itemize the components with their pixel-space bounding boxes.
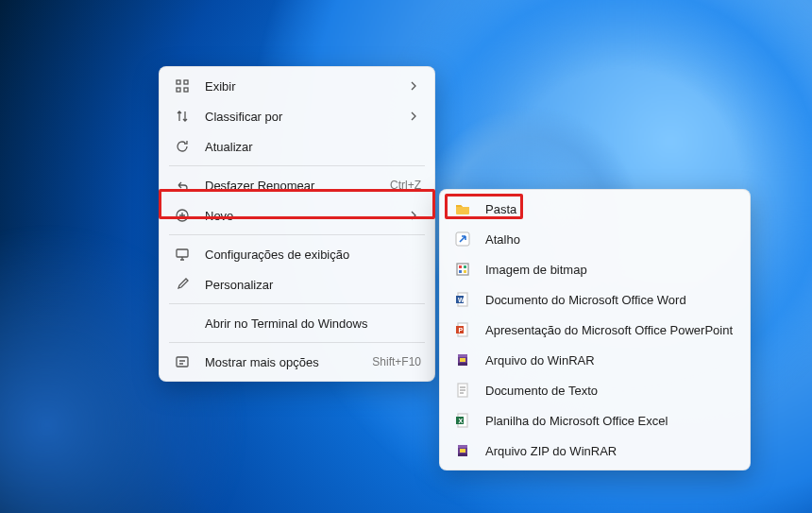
folder-icon (453, 199, 472, 218)
svg-rect-2 (177, 88, 180, 92)
menu-item-personalize[interactable]: Personalizar (163, 269, 431, 299)
word-icon: W (453, 290, 472, 309)
menu-divider (169, 234, 425, 235)
svg-rect-8 (457, 264, 468, 275)
text-icon (453, 381, 472, 400)
submenu-item-zip[interactable]: Arquivo ZIP do WinRAR (444, 436, 746, 466)
plus-circle-icon (173, 206, 192, 225)
svg-rect-11 (459, 270, 462, 273)
bitmap-icon (453, 260, 472, 279)
svg-rect-0 (177, 80, 180, 84)
svg-rect-21 (458, 363, 467, 366)
grid-icon (173, 77, 192, 95)
menu-item-open-terminal[interactable]: Abrir no Terminal do Windows (163, 308, 431, 338)
submenu-item-folder[interactable]: Pasta (444, 194, 746, 224)
spacer-icon (173, 314, 192, 333)
submenu-item-bitmap[interactable]: Imagem de bitmap (444, 254, 746, 284)
new-submenu: Pasta Atalho Imagem de bitmap W Document… (439, 189, 751, 470)
submenu-label: Apresentação do Microsoft Office PowerPo… (485, 323, 736, 337)
menu-item-undo-rename[interactable]: Desfazer Renomear Ctrl+Z (163, 170, 431, 200)
submenu-item-text[interactable]: Documento de Texto (444, 375, 746, 405)
submenu-label: Arquivo do WinRAR (485, 353, 736, 368)
menu-label: Desfazer Renomear (205, 179, 381, 193)
more-icon (173, 352, 192, 371)
svg-rect-1 (184, 80, 188, 84)
submenu-label: Planilha do Microsoft Office Excel (485, 414, 736, 428)
menu-item-display-settings[interactable]: Configurações de exibição (163, 239, 431, 269)
undo-icon (173, 176, 192, 195)
menu-divider (169, 303, 425, 304)
submenu-item-rar[interactable]: Arquivo do WinRAR (444, 345, 746, 375)
svg-text:W: W (458, 297, 465, 303)
svg-rect-9 (459, 265, 462, 268)
rar-icon (453, 351, 472, 369)
menu-divider (169, 165, 425, 166)
menu-shortcut: Ctrl+Z (390, 179, 421, 192)
submenu-item-excel[interactable]: X Planilha do Microsoft Office Excel (444, 405, 746, 436)
menu-label: Novo (205, 209, 406, 223)
refresh-icon (173, 137, 192, 156)
menu-item-more-options[interactable]: Mostrar mais opções Shift+F10 (163, 347, 431, 377)
excel-icon: X (453, 411, 472, 430)
menu-item-sort[interactable]: Classificar por (163, 101, 431, 131)
menu-label: Personalizar (205, 278, 421, 292)
svg-rect-10 (464, 265, 466, 268)
powerpoint-icon: P (453, 320, 472, 339)
svg-rect-29 (458, 453, 467, 456)
svg-rect-3 (184, 88, 188, 92)
submenu-label: Imagem de bitmap (485, 263, 736, 277)
submenu-label: Documento do Microsoft Office Word (485, 293, 736, 307)
desktop-context-menu: Exibir Classificar por Atualizar Desfaze… (159, 66, 435, 382)
svg-rect-20 (458, 354, 467, 357)
sort-icon (173, 107, 192, 126)
brush-icon (173, 275, 192, 294)
svg-text:P: P (459, 327, 464, 333)
svg-text:X: X (459, 418, 464, 424)
svg-rect-28 (458, 445, 467, 448)
submenu-label: Atalho (485, 232, 736, 247)
menu-item-view[interactable]: Exibir (163, 71, 431, 101)
menu-label: Configurações de exibição (205, 248, 421, 262)
zip-icon (453, 441, 472, 460)
menu-label: Atualizar (205, 140, 421, 154)
chevron-right-icon (406, 81, 421, 91)
chevron-right-icon (406, 111, 421, 121)
menu-item-new[interactable]: Novo (163, 200, 431, 231)
svg-rect-6 (177, 357, 188, 367)
chevron-right-icon (406, 211, 421, 220)
menu-label: Abrir no Terminal do Windows (205, 316, 421, 331)
submenu-item-word[interactable]: W Documento do Microsoft Office Word (444, 284, 746, 315)
svg-rect-22 (460, 358, 465, 362)
submenu-label: Pasta (485, 202, 736, 216)
menu-divider (169, 342, 425, 343)
submenu-item-shortcut[interactable]: Atalho (444, 224, 746, 254)
menu-label: Classificar por (205, 110, 406, 124)
svg-rect-5 (177, 249, 188, 257)
svg-rect-30 (460, 449, 465, 453)
menu-item-refresh[interactable]: Atualizar (163, 131, 431, 162)
svg-rect-12 (464, 270, 466, 273)
menu-label: Exibir (205, 79, 406, 94)
display-icon (173, 245, 192, 264)
menu-shortcut: Shift+F10 (372, 355, 421, 368)
menu-label: Mostrar mais opções (205, 355, 363, 369)
submenu-item-powerpoint[interactable]: P Apresentação do Microsoft Office Power… (444, 315, 746, 345)
submenu-label: Arquivo ZIP do WinRAR (485, 444, 736, 458)
shortcut-icon (453, 230, 472, 248)
submenu-label: Documento de Texto (485, 384, 736, 398)
